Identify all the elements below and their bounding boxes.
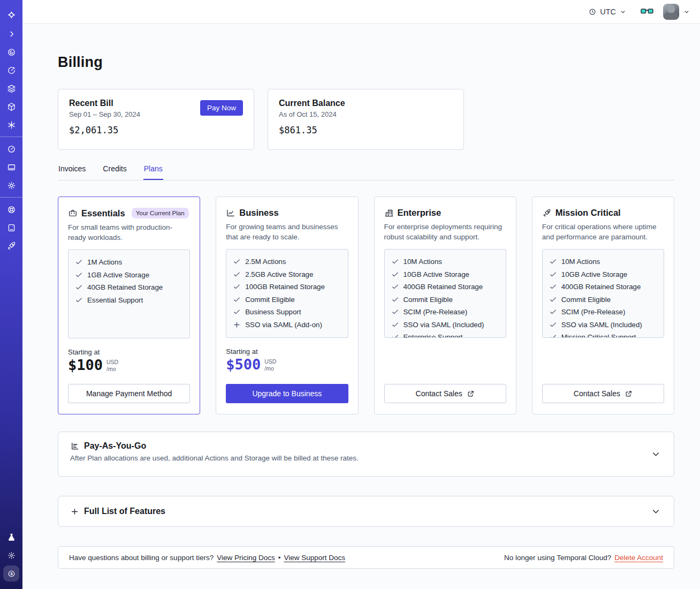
tab-invoices[interactable]: Invoices [58, 164, 86, 180]
tab-plans[interactable]: Plans [143, 164, 163, 180]
timer-icon[interactable] [0, 61, 22, 79]
check-icon [75, 271, 83, 279]
chevron-right-icon[interactable] [0, 25, 22, 43]
check-icon [391, 258, 399, 266]
starting-at-label: Starting at [226, 348, 348, 356]
flask-icon[interactable] [0, 528, 22, 546]
check-icon [391, 296, 399, 304]
user-menu[interactable] [663, 4, 690, 20]
plan-price-spacer [384, 348, 506, 379]
sidebar-divider [0, 197, 22, 198]
check-icon [75, 283, 83, 291]
plan-feature-item: 2.5GB Active Storage [233, 270, 341, 278]
rocket-icon[interactable] [0, 237, 22, 255]
plan-feature-box: 10M Actions10GB Active Storage400GB Reta… [384, 249, 506, 338]
layers-icon[interactable] [0, 79, 22, 97]
briefcase-icon [68, 208, 78, 218]
rocket-icon [542, 208, 552, 218]
plan-feature-item: 100GB Retained Storage [233, 283, 341, 291]
check-icon [233, 258, 241, 266]
plan-price: $500 [226, 357, 261, 373]
footer-right-text: No longer using Temporal Cloud? [504, 554, 611, 562]
namespace-icon[interactable] [0, 43, 22, 61]
plan-card-essentials: Essentials Your Current Plan For small t… [58, 197, 200, 414]
main-content: Billing Recent Bill Sep 01 – Sep 30, 202… [22, 54, 700, 569]
left-sidebar: $ [0, 0, 22, 589]
support-docs-link[interactable]: View Support Docs [284, 554, 345, 562]
check-icon [391, 270, 399, 278]
plan-feature-item: SCIM (Pre-Release) [391, 308, 499, 316]
pay-now-button[interactable]: Pay Now [200, 100, 243, 116]
recent-bill-amount: $2,061.35 [69, 125, 243, 135]
plan-feature-item: Enterprise Support [391, 333, 499, 338]
temporal-logo-icon[interactable] [0, 6, 22, 25]
plan-feature-label: SCIM (Pre-Release) [561, 308, 626, 316]
payg-accordion[interactable]: Pay-As-You-Go After Plan allocations are… [58, 432, 674, 477]
svg-text:$: $ [10, 571, 13, 576]
plan-feature-label: Enterprise Support [404, 333, 463, 338]
plan-feature-item: Business Support [233, 308, 341, 316]
starting-at-label: Starting at [68, 348, 190, 356]
manage-payment-button[interactable]: Manage Payment Method [68, 384, 190, 403]
plan-feature-item: Commit Eligible [391, 296, 499, 304]
plan-name: Mission Critical [556, 208, 621, 218]
plus-icon [233, 321, 241, 329]
page-title: Billing [58, 54, 674, 71]
summary-row: Recent Bill Sep 01 – Sep 30, 2024 $2,061… [58, 89, 674, 150]
timezone-selector[interactable]: UTC [588, 7, 627, 16]
plan-feature-label: SSO via SAML (Included) [561, 321, 642, 329]
plan-feature-item: SSO via SAML (Included) [549, 321, 657, 329]
docs-icon[interactable] [0, 218, 22, 237]
check-icon [75, 258, 83, 266]
support-icon[interactable] [0, 200, 22, 218]
plan-price: $100 [68, 357, 103, 373]
full-features-accordion[interactable]: Full List of Features [58, 496, 674, 527]
plan-card-mission-critical: Mission Critical For critical operations… [532, 197, 674, 414]
avatar [663, 4, 679, 20]
plan-per: /mo [264, 365, 274, 372]
brightness-icon[interactable] [0, 546, 22, 564]
plan-name: Essentials [81, 208, 125, 218]
footer-question: Have questions about billing or support … [69, 554, 214, 562]
plan-feature-item: 10GB Active Storage [391, 270, 499, 278]
plan-name: Enterprise [398, 208, 442, 218]
plan-feature-label: Commit Eligible [404, 296, 453, 304]
check-icon [233, 296, 241, 304]
plan-price-spacer [542, 348, 664, 379]
plan-price-block: Starting at $500 USD/mo [226, 348, 348, 379]
plan-price-block: Starting at $100 USD/mo [68, 348, 190, 379]
contact-sales-button[interactable]: Contact Sales [542, 384, 664, 403]
asterisk-icon[interactable] [0, 116, 22, 134]
check-icon [549, 258, 557, 266]
contact-sales-button[interactable]: Contact Sales [384, 384, 506, 403]
glasses-icon[interactable] [641, 8, 653, 16]
billing-tabs: Invoices Credits Plans [58, 164, 674, 180]
tab-credits[interactable]: Credits [102, 164, 127, 180]
cube-icon[interactable] [0, 97, 22, 116]
plan-card-business: Business For growing teams and businesse… [216, 197, 358, 414]
upgrade-business-button[interactable]: Upgrade to Business [226, 384, 348, 403]
plan-feature-item: Mission Critical Support [549, 333, 657, 338]
external-link-icon [625, 390, 633, 398]
current-plan-badge: Your Current Plan [132, 208, 189, 218]
plan-feature-label: 100GB Retained Storage [245, 283, 325, 291]
billing-dollar-icon[interactable]: $ [3, 565, 19, 582]
chevron-down-icon[interactable] [651, 449, 661, 459]
gear-icon[interactable] [0, 176, 22, 194]
plan-description: For small teams with production-ready wo… [68, 222, 190, 243]
plan-feature-item: Essential Support [75, 296, 183, 304]
plan-description: For growing teams and businesses that ar… [226, 222, 348, 242]
pricing-docs-link[interactable]: View Pricing Docs [217, 554, 275, 562]
delete-account-link[interactable]: Delete Account [614, 554, 663, 562]
plan-feature-label: Essential Support [87, 296, 143, 304]
gauge-icon[interactable] [0, 140, 22, 158]
plan-feature-label: Mission Critical Support [561, 333, 636, 338]
footer-bar: Have questions about billing or support … [58, 546, 674, 569]
card-panel-icon[interactable] [0, 158, 22, 176]
plan-feature-item: 10M Actions [391, 258, 499, 266]
check-icon [75, 296, 83, 304]
plus-icon [70, 507, 79, 516]
chevron-down-icon[interactable] [651, 507, 661, 517]
chevron-down-icon [683, 8, 690, 16]
check-icon [233, 283, 241, 291]
